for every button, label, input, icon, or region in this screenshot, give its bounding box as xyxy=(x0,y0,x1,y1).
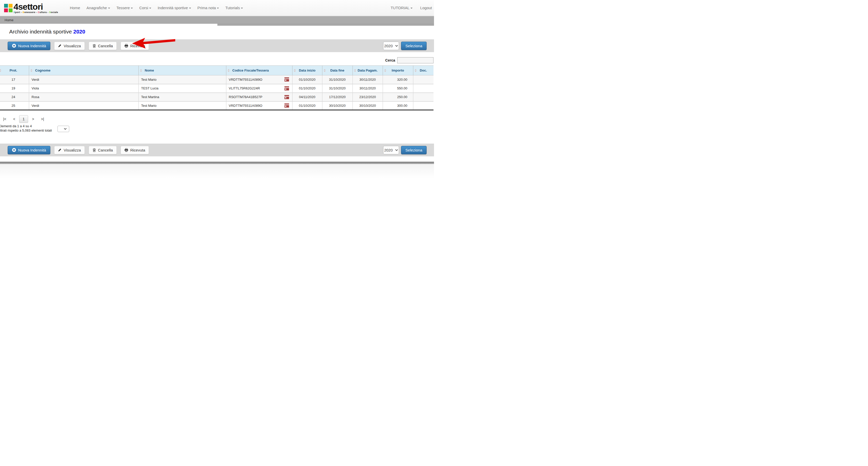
logo-squares-icon xyxy=(4,4,12,12)
brand-text: 4settori Sport - Benessere - Cultura - S… xyxy=(13,2,58,13)
chevron-down-icon xyxy=(410,8,412,9)
column-header-data-fine[interactable]: Data fine xyxy=(322,66,352,75)
search-label: Cerca xyxy=(385,58,395,62)
column-header-prot[interactable]: Prot. xyxy=(0,66,29,75)
button-label: Nuova Indennità xyxy=(18,148,46,152)
top-navbar: 4settori Sport - Benessere - Cultura - S… xyxy=(0,0,434,16)
search-input[interactable] xyxy=(397,57,433,63)
breadcrumb-extension-bar xyxy=(217,24,434,26)
nav-item-corsi[interactable]: Corsi xyxy=(139,6,151,10)
cell-nome: Test Mario xyxy=(138,75,226,84)
logo-square xyxy=(9,8,12,12)
column-header-codice[interactable]: Codice Fiscale/Tessera xyxy=(226,66,292,75)
chevron-down-icon xyxy=(149,8,151,9)
sort-icon xyxy=(140,69,142,72)
page-last-button[interactable]: >| xyxy=(38,117,47,121)
summary-line-1: Elementi da 1 a 4 su 4 xyxy=(0,124,52,128)
page-current-button[interactable]: 1 xyxy=(19,115,28,123)
receipt-button[interactable]: Ricevuta xyxy=(121,42,149,50)
brand-logo[interactable]: 4settori Sport - Benessere - Cultura - S… xyxy=(4,2,58,13)
cell-data-fine: 30/10/2020 xyxy=(322,101,352,110)
nav-item-indennita-sportive[interactable]: Indennità sportive xyxy=(158,6,191,10)
brand-name: 4settori xyxy=(13,2,58,11)
card-icon[interactable] xyxy=(284,86,289,90)
cell-doc xyxy=(413,84,433,93)
column-label: Nome xyxy=(145,68,224,72)
table-row[interactable]: 19 Viola TEST Lucia VLITTL75R62G224R 01/… xyxy=(0,84,433,93)
chevron-down-icon xyxy=(241,8,243,9)
column-header-importo[interactable]: Importo xyxy=(383,66,413,75)
page-first-button[interactable]: |< xyxy=(0,117,9,121)
chevron-down-icon xyxy=(217,8,219,9)
nav-label: Anagrafiche xyxy=(87,6,107,10)
user-menu-label: TUTORIAL xyxy=(391,6,409,10)
button-label: Ricevuta xyxy=(130,148,145,152)
button-label: Ricevuta xyxy=(130,44,145,48)
sort-icon xyxy=(414,69,416,72)
sort-icon xyxy=(354,69,356,72)
sort-icon xyxy=(324,69,326,72)
nav-label: Indennità sportive xyxy=(158,6,188,10)
card-icon[interactable] xyxy=(284,103,289,107)
card-icon[interactable] xyxy=(284,77,289,82)
new-indemnity-button[interactable]: Nuova Indennità xyxy=(8,146,50,154)
year-select-value: 2020 xyxy=(384,44,393,48)
column-header-nome[interactable]: Nome xyxy=(138,66,226,75)
select-year-button[interactable]: Seleziona xyxy=(401,146,427,154)
column-label: Prot. xyxy=(0,68,27,72)
table-row[interactable]: 24 Rosa Test Martina RSOTTM78A41B527P 04… xyxy=(0,93,433,101)
cell-nome: Test Mario xyxy=(138,101,226,110)
toolbar-buttons: Nuova Indennità Visualizza Cancella Rice… xyxy=(8,42,149,50)
breadcrumb-home[interactable]: Home xyxy=(5,18,13,22)
page-next-button[interactable]: > xyxy=(28,117,38,121)
logout-link[interactable]: Logout xyxy=(420,6,432,10)
year-select[interactable]: 2020 xyxy=(383,146,399,154)
new-indemnity-button[interactable]: Nuova Indennità xyxy=(8,42,50,50)
column-header-data-inizio[interactable]: Data inizio xyxy=(292,66,322,75)
cell-codice: RSOTTM78A41B527P xyxy=(226,93,292,101)
breadcrumb: Home xyxy=(0,16,434,24)
toolbar-buttons: Nuova Indennità Visualizza Cancella Rice… xyxy=(8,146,149,154)
year-select[interactable]: 2020 xyxy=(383,42,399,50)
cell-cognome: Verdi xyxy=(29,101,138,110)
delete-button[interactable]: Cancella xyxy=(89,146,117,154)
view-button[interactable]: Visualizza xyxy=(54,42,85,50)
table-row[interactable]: 17 Verdi Test Mario VRDTTM75S11A089O 01/… xyxy=(0,75,433,84)
column-header-data-pagam[interactable]: Data Pagam. xyxy=(352,66,383,75)
chevron-down-icon xyxy=(108,8,110,9)
column-header-doc[interactable]: Doc. xyxy=(413,66,433,75)
nav-item-home[interactable]: Home xyxy=(70,6,80,10)
page-prev-button[interactable]: < xyxy=(9,117,19,121)
nav-item-tessere[interactable]: Tessere xyxy=(117,6,133,10)
pagination: |< < 1 > >| xyxy=(0,115,47,123)
column-label: Doc. xyxy=(415,68,432,72)
receipt-button[interactable]: Ricevuta xyxy=(121,146,149,154)
cell-importo: 320.00 xyxy=(383,75,413,84)
delete-button[interactable]: Cancella xyxy=(89,42,117,50)
indemnity-table: Prot. Cognome Nome Codice Fiscale/Tesser… xyxy=(0,65,433,111)
view-button[interactable]: Visualizza xyxy=(54,146,85,154)
cell-nome: TEST Lucia xyxy=(138,84,226,93)
sort-icon xyxy=(227,69,230,72)
table-row[interactable]: 25 Verdi Test Mario VRDTTM75S11A089O 01/… xyxy=(0,101,433,110)
nav-item-anagrafiche[interactable]: Anagrafiche xyxy=(87,6,110,10)
page-title-year: 2020 xyxy=(73,29,85,34)
printer-icon xyxy=(124,44,128,48)
footer-bar xyxy=(0,162,434,164)
select-year-button[interactable]: Seleziona xyxy=(401,42,427,50)
user-menu[interactable]: TUTORIAL xyxy=(391,6,412,10)
plus-circle-icon xyxy=(12,148,16,152)
tagline-part: ociale xyxy=(51,11,58,13)
logo-square xyxy=(9,4,12,8)
chevron-down-icon xyxy=(60,128,67,130)
cell-cognome: Rosa xyxy=(29,93,138,101)
nav-item-prima-nota[interactable]: Prima nota xyxy=(197,6,219,10)
cell-codice: VRDTTM75S11A089O xyxy=(226,75,292,84)
cell-data-inizio: 04/11/2020 xyxy=(292,93,322,101)
nav-item-tutorials[interactable]: Tutorials xyxy=(225,6,243,10)
column-header-cognome[interactable]: Cognome xyxy=(29,66,138,75)
cell-cognome: Verdi xyxy=(29,75,138,84)
page-size-select[interactable] xyxy=(58,126,69,132)
button-label: Cancella xyxy=(98,44,113,48)
card-icon[interactable] xyxy=(284,95,289,99)
